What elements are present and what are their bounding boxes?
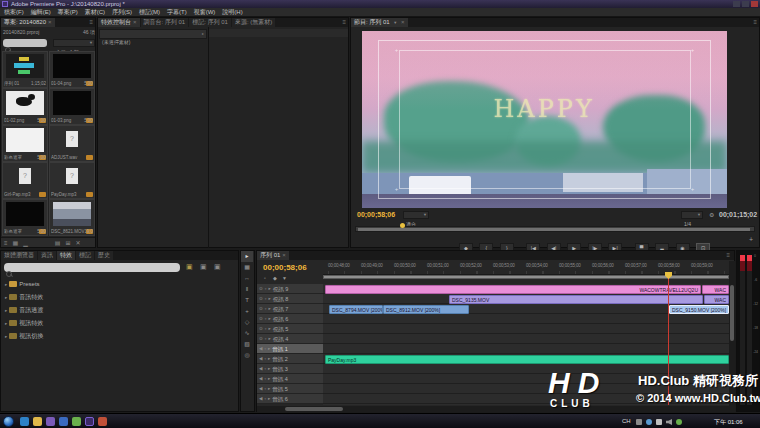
expand-track-icon[interactable]: ▸ bbox=[268, 284, 270, 293]
selection-tool[interactable]: ▸ bbox=[241, 251, 253, 262]
lock-track-icon[interactable]: ▫ bbox=[264, 394, 266, 403]
arrow-right-icon[interactable]: ▸ bbox=[5, 295, 7, 300]
arrow-right-icon[interactable]: ▸ bbox=[5, 282, 7, 287]
menu-window[interactable]: 視窗(W) bbox=[194, 8, 216, 16]
effects-folder-audio-transitions[interactable]: ▸ 音訊過渡 bbox=[5, 304, 43, 316]
effects-folder-presets[interactable]: ▸ Presets bbox=[5, 278, 40, 290]
tab-history[interactable]: 歷史 bbox=[95, 251, 113, 260]
lock-track-icon[interactable]: ▫ bbox=[264, 384, 266, 393]
expand-track-icon[interactable]: ▸ bbox=[268, 314, 270, 323]
panel-menu-icon[interactable]: ≡ bbox=[342, 18, 346, 27]
timeline-current-time[interactable]: 00;00;58;06 bbox=[263, 263, 307, 272]
tray-icon[interactable] bbox=[646, 419, 652, 425]
add-button-plus-icon[interactable]: + bbox=[749, 236, 753, 243]
project-item-sequence[interactable]: 序列 011;15;02 bbox=[2, 51, 48, 88]
track-header-a3[interactable]: ◀▫▸音訊 3 bbox=[257, 364, 323, 374]
project-item-01-04[interactable]: 01-04.png5;00 bbox=[49, 51, 95, 88]
project-item-colormatte-black[interactable]: 彩色遮罩5;00 bbox=[2, 199, 48, 236]
track-header-v6[interactable]: ⊙▫▸視訊 6 bbox=[257, 314, 323, 324]
mute-track-icon[interactable]: ◀ bbox=[259, 394, 262, 403]
start-button[interactable] bbox=[3, 416, 14, 427]
effects-folder-audio-effects[interactable]: ▸ 音訊特效 bbox=[5, 291, 43, 303]
tray-icon[interactable] bbox=[656, 419, 662, 425]
tray-language-indicator[interactable]: CH bbox=[622, 418, 631, 424]
list-view-button[interactable]: ≡ bbox=[4, 239, 8, 247]
expand-track-icon[interactable]: ▸ bbox=[268, 324, 270, 333]
track-select-tool[interactable]: ▦ bbox=[241, 262, 253, 273]
panel-menu-icon[interactable]: ≡ bbox=[89, 18, 93, 27]
lock-track-icon[interactable]: ▫ bbox=[264, 354, 266, 363]
expand-track-icon[interactable]: ▸ bbox=[268, 394, 270, 403]
tab-audio-mixer[interactable]: 調音台: 序列 01 bbox=[141, 18, 189, 27]
project-item-payday[interactable]: ? PayDay.mp3 bbox=[49, 162, 95, 199]
track-header-a6[interactable]: ◀▫▸音訊 6 bbox=[257, 394, 323, 404]
toggle-track-output-icon[interactable]: ⊙ bbox=[259, 324, 263, 333]
toggle-track-output-icon[interactable]: ⊙ bbox=[259, 314, 263, 323]
close-icon[interactable]: × bbox=[401, 19, 405, 25]
clip-dsc8794[interactable]: DSC_8794.MOV [200%] bbox=[329, 305, 383, 314]
hand-tool[interactable]: ◎ bbox=[241, 350, 253, 361]
close-icon[interactable]: × bbox=[48, 19, 52, 25]
menu-help[interactable]: 說明(H) bbox=[222, 8, 242, 16]
program-scrubber[interactable] bbox=[355, 226, 755, 232]
expand-track-icon[interactable]: ▸ bbox=[268, 354, 270, 363]
project-item-01-03[interactable]: 01-03.png5;00 bbox=[49, 88, 95, 125]
tab-effects[interactable]: 特效 bbox=[57, 251, 75, 260]
menu-edit[interactable]: 編輯(E) bbox=[31, 8, 51, 16]
scrubber-playhead-icon[interactable] bbox=[400, 223, 405, 228]
clip-dsc9135[interactable]: DSC_9135.MOV bbox=[449, 295, 703, 304]
project-in-filter[interactable]: 入口: 全部 ▼ bbox=[53, 39, 95, 47]
menu-title[interactable]: 字幕(T) bbox=[167, 8, 187, 16]
taskbar-app-icon-premiere[interactable] bbox=[85, 417, 94, 426]
minimize-button[interactable] bbox=[733, 1, 740, 7]
track-header-a4[interactable]: ◀▫▸音訊 4 bbox=[257, 374, 323, 384]
program-current-time[interactable]: 00;00;58;06 bbox=[357, 211, 395, 218]
lock-track-icon[interactable]: ▫ bbox=[265, 324, 267, 333]
mute-track-icon[interactable]: ◀ bbox=[259, 344, 262, 353]
project-item-adjust-wav[interactable]: ? ADJUST.wav bbox=[49, 125, 95, 162]
expand-track-icon[interactable]: ▸ bbox=[268, 294, 270, 303]
track-header-a2[interactable]: ◀▫▸音訊 2 bbox=[257, 354, 323, 364]
taskbar-app-icon[interactable] bbox=[59, 417, 68, 426]
close-window-button[interactable] bbox=[751, 1, 758, 7]
tab-info[interactable]: 資訊 bbox=[38, 251, 56, 260]
menu-clip[interactable]: 素材(C) bbox=[85, 8, 105, 16]
lock-track-icon[interactable]: ▫ bbox=[265, 314, 267, 323]
zoom-slider[interactable]: ▁ bbox=[23, 239, 28, 247]
delete-button[interactable]: ✕ bbox=[76, 239, 81, 247]
mute-track-icon[interactable]: ◀ bbox=[259, 364, 262, 373]
expand-track-icon[interactable]: ▸ bbox=[268, 384, 270, 393]
resolution-dropdown[interactable]: 1/4 ▼ bbox=[681, 211, 703, 219]
slip-tool[interactable]: ◇ bbox=[241, 317, 253, 328]
fit-dropdown[interactable]: 適合 ▼ bbox=[403, 211, 429, 219]
tab-sequence-01[interactable]: 序列 01× bbox=[257, 251, 289, 260]
new-bin-button[interactable]: ▤ bbox=[55, 239, 61, 247]
clip-wacowtravel[interactable]: WACOWTRAVELL2UQ2U bbox=[325, 285, 701, 294]
tab-markers-panel[interactable]: 標記 bbox=[76, 251, 94, 260]
lock-track-icon[interactable]: ▫ bbox=[264, 344, 266, 353]
toggle-track-output-icon[interactable]: ⊙ bbox=[259, 284, 263, 293]
rolling-edit-tool[interactable]: ‖ bbox=[241, 284, 253, 295]
panel-menu-icon[interactable]: ≡ bbox=[726, 251, 730, 260]
menu-marker[interactable]: 標記(M) bbox=[139, 8, 160, 16]
project-item-girl-pap[interactable]: ? Girl-Pap.mp3 bbox=[2, 162, 48, 199]
clip-dsc8912[interactable]: DSC_8912.MOV [200%] bbox=[383, 305, 469, 314]
lock-track-icon[interactable]: ▫ bbox=[265, 294, 267, 303]
taskbar-app-icon[interactable] bbox=[33, 417, 42, 426]
effect-controls-splitter[interactable] bbox=[208, 27, 209, 248]
tray-clock[interactable]: 下午 01:06 bbox=[714, 418, 743, 427]
rate-stretch-tool[interactable]: T bbox=[241, 295, 253, 306]
tab-media-browser[interactable]: 媒體瀏覽器 bbox=[1, 251, 37, 260]
mute-track-icon[interactable]: ◀ bbox=[259, 374, 262, 383]
taskbar-app-icon[interactable] bbox=[98, 417, 107, 426]
tab-project[interactable]: 專案: 20140820× bbox=[1, 18, 55, 27]
tab-effect-controls[interactable]: 特效控制台× bbox=[98, 18, 140, 27]
mute-track-icon[interactable]: ◀ bbox=[259, 354, 262, 363]
lock-track-icon[interactable]: ▫ bbox=[264, 364, 266, 373]
arrow-right-icon[interactable]: ▸ bbox=[5, 308, 7, 313]
track-header-a1[interactable]: ◀▫▸音訊 1 bbox=[257, 344, 323, 354]
arrow-right-icon[interactable]: ▸ bbox=[202, 30, 204, 38]
ripple-edit-tool[interactable]: ↔ bbox=[241, 273, 253, 284]
tab-markers[interactable]: 標記: 序列 01 bbox=[189, 18, 231, 27]
project-item-colormatte-white[interactable]: 彩色遮罩5;00 bbox=[2, 125, 48, 162]
